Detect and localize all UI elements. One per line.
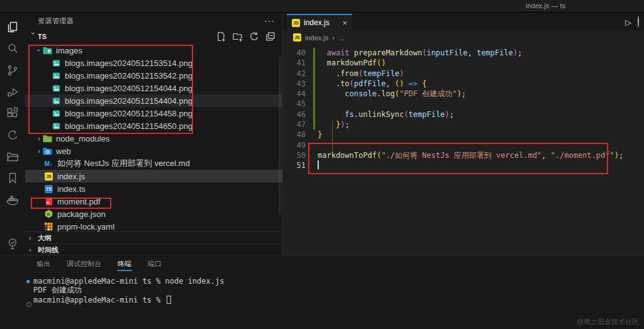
close-icon[interactable]: ×: [342, 18, 347, 28]
js-file-icon: JS: [292, 19, 300, 27]
activity-quick-back-icon[interactable]: [0, 124, 25, 145]
folder-images-icon: [43, 46, 52, 55]
terminal-text: PDF 创建成功: [33, 285, 82, 296]
code-line-51[interactable]: 51: [283, 160, 644, 170]
panel-tab-调试控制台[interactable]: 调试控制台: [66, 255, 102, 272]
breadcrumb-symbol[interactable]: ...: [338, 34, 344, 42]
pdf-icon: A: [44, 197, 53, 206]
panel-tab-终端[interactable]: 终端: [117, 255, 132, 272]
code-line-50[interactable]: 50markdownToPdf("./如何将 NestJs 应用部署到 verc…: [283, 150, 644, 160]
line-number: 47: [283, 120, 306, 130]
folder-web-icon: [43, 147, 52, 155]
code-line-41[interactable]: 41 markdownPdf(): [283, 58, 644, 68]
chevron-down-icon: ›: [30, 32, 37, 41]
tree-item-blogs.images20240512154044.png[interactable]: blogs.images20240512154044.png: [25, 82, 282, 94]
image-icon: [52, 71, 61, 80]
tab-index-js[interactable]: JS index.js ×: [287, 14, 352, 30]
new-folder-icon[interactable]: [232, 31, 243, 42]
panel-tab-输出[interactable]: 输出: [36, 255, 51, 272]
tree-item-node-modules[interactable]: ›node_modules: [25, 132, 282, 145]
svg-text:n: n: [47, 212, 50, 216]
sidebar-section-时间线[interactable]: ›时间线: [25, 243, 282, 255]
tree-item-blogs.images20240512153514.png[interactable]: blogs.images20240512153514.png: [25, 57, 282, 69]
panel-tab-端口[interactable]: 端口: [147, 255, 162, 272]
activity-run-debug-icon[interactable]: [0, 81, 25, 103]
editor-group: JS index.js × ▷ JS index.js › ... 40 awa…: [283, 13, 644, 255]
tree-item-blogs.images20240512154650.png[interactable]: blogs.images20240512154650.png: [25, 120, 282, 132]
code-line-46[interactable]: 46 fs.unlinkSync(tempFile);: [283, 109, 644, 120]
refresh-icon[interactable]: [248, 31, 260, 42]
activity-todo-tree-icon[interactable]: [0, 233, 25, 255]
code-line-43[interactable]: 43 .to(pdfFile, () => {: [283, 79, 644, 89]
line-number: 45: [283, 99, 306, 109]
gutter: [306, 150, 318, 160]
tree-item-label: moment.pdf: [57, 197, 101, 206]
explorer-title: 资源管理器: [38, 16, 74, 26]
code-text: fs.unlinkSync(tempFile);: [318, 109, 454, 120]
chevron-right-icon: ›: [332, 33, 335, 42]
activity-project-manager-icon[interactable]: [0, 146, 25, 167]
line-number: 48: [283, 130, 306, 140]
chevron-right-icon: ›: [29, 246, 38, 254]
sidebar-section-label: 大纲: [38, 233, 52, 243]
code-line-45[interactable]: 45: [283, 99, 644, 109]
tree-item-images[interactable]: ›images: [25, 44, 282, 57]
activity-explorer-icon[interactable]: [0, 16, 25, 38]
image-icon: [52, 109, 61, 118]
terminal[interactable]: ●macmini@appledeMac-mini ts % node index…: [25, 272, 644, 304]
code-line-47[interactable]: 47 });: [283, 120, 644, 130]
explorer-header: 资源管理器 ···: [25, 13, 282, 29]
tree-item-label: package.json: [57, 209, 106, 219]
code-text: });: [318, 120, 350, 130]
collapse-all-icon[interactable]: [265, 31, 276, 42]
tree-item-pnpm-lock.yaml[interactable]: pnpm-lock.yaml: [25, 220, 282, 231]
tree-item-blogs.images20240512154458.png[interactable]: blogs.images20240512154458.png: [25, 107, 282, 120]
tree-item-blogs.images20240512153542.png[interactable]: blogs.images20240512153542.png: [25, 69, 282, 82]
tree-item-label: index.ts: [57, 184, 86, 194]
tree-item-package.json[interactable]: npackage.json: [25, 208, 282, 220]
sidebar-section-大纲[interactable]: ›大纲: [25, 231, 282, 243]
code-line-40[interactable]: 40 await prepareMarkdown(inputFile, temp…: [283, 48, 644, 58]
line-number: 50: [283, 150, 306, 160]
code-editor[interactable]: 40 await prepareMarkdown(inputFile, temp…: [283, 45, 644, 255]
tree-item-moment.pdf[interactable]: Amoment.pdf: [25, 195, 282, 208]
code-text: [318, 160, 319, 170]
clipped-action-icon[interactable]: [638, 16, 644, 28]
chevron-right-icon: ›: [35, 147, 43, 155]
code-text: markdownPdf(): [318, 58, 386, 68]
line-number: 49: [283, 140, 306, 150]
git-added-gutter: [306, 120, 318, 130]
tree-item-index.ts[interactable]: TSindex.ts: [25, 182, 282, 195]
workspace-section-header[interactable]: › TS: [25, 29, 282, 44]
workspace-name: TS: [38, 33, 47, 40]
code-line-49[interactable]: 49: [283, 140, 644, 150]
tree-item-blogs.images20240512154404.png[interactable]: blogs.images20240512154404.png: [25, 94, 282, 107]
activity-docker-icon[interactable]: [0, 189, 25, 210]
git-added-gutter: [306, 99, 318, 109]
code-text: .to(pdfFile, () => {: [318, 79, 426, 89]
window-title: index.js — ts: [526, 2, 565, 9]
git-added-gutter: [306, 58, 318, 68]
tree-item-web[interactable]: ›web: [25, 145, 282, 157]
breadcrumb-file[interactable]: index.js: [305, 34, 328, 42]
new-file-icon[interactable]: [216, 31, 227, 42]
activity-search-icon[interactable]: [0, 38, 25, 59]
code-line-42[interactable]: 42 .from(tempFile): [283, 69, 644, 79]
more-actions-icon[interactable]: ···: [264, 18, 275, 23]
terminal-text: macmini@appledeMac-mini ts % node index.…: [33, 277, 224, 286]
text-cursor: [318, 160, 319, 169]
terminal-line: ●macmini@appledeMac-mini ts % node index…: [25, 276, 644, 286]
tree-item-label: blogs.images20240512154650.png: [65, 121, 192, 131]
tree-item-label: 如何将 NestJs 应用部署到 vercel.md: [57, 158, 190, 169]
activity-source-control-icon[interactable]: [0, 60, 25, 81]
code-line-48[interactable]: 48}: [283, 130, 644, 140]
breadcrumb[interactable]: JS index.js › ...: [283, 30, 644, 45]
tree-item--nestjs-vercel.md[interactable]: M↓如何将 NestJs 应用部署到 vercel.md: [25, 157, 282, 170]
run-file-icon[interactable]: ▷: [625, 18, 631, 27]
tree-item-label: index.js: [57, 172, 85, 181]
activity-extensions-icon[interactable]: [0, 103, 25, 124]
code-line-44[interactable]: 44 console.log("PDF 创建成功");: [283, 89, 644, 99]
activity-bookmarks-icon[interactable]: [0, 167, 25, 189]
tree-item-index.js[interactable]: JSindex.js: [25, 170, 282, 182]
sidebar-scrollbar[interactable]: [279, 57, 282, 214]
